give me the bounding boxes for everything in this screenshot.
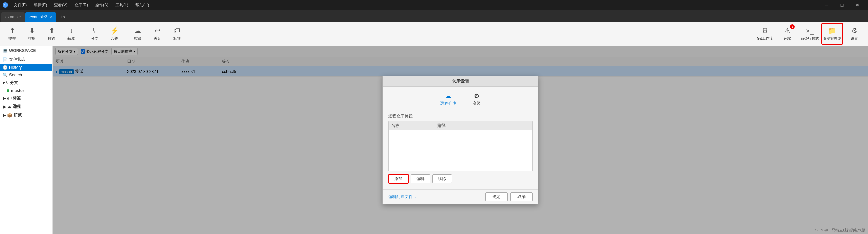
branch-section-arrow: ▾ [3,81,5,85]
tab-example[interactable]: example [1,12,25,22]
remote-tab-label: 远程仓库 [440,101,456,106]
remove-remote-button[interactable]: 移除 [432,174,452,183]
table-header-path: 路径 [437,123,530,129]
toolbar-tag[interactable]: 🏷 标签 [167,23,186,45]
close-button[interactable]: ✕ [850,0,865,10]
menu-tools[interactable]: 工具(L) [113,2,131,9]
modal-tab-advanced[interactable]: ⚙ 高级 [466,90,488,109]
advanced-tab-icon: ⚙ [474,92,479,100]
menu-repo[interactable]: 仓库(R) [72,2,91,9]
tab-example2[interactable]: example2 ✕ [25,12,56,22]
sidebar-item-search[interactable]: 🔍 Search [0,71,52,79]
tab-example2-label: example2 [29,15,47,19]
toolbar-stash[interactable]: ☁ 贮藏 [128,23,147,45]
toolbar-settings-label: 设置 [851,36,858,41]
toolbar-git-workflow-label: Git工作流 [757,36,773,41]
menu-view[interactable]: 查看(V) [51,2,70,9]
file-status-icon: 📄 [3,57,8,62]
pull-icon: ⬇ [29,26,35,35]
menu-bar[interactable]: 文件(F) 编辑(E) 查看(V) 仓库(R) 操作(A) 工具(L) 帮助(H… [11,2,152,9]
sidebar-section-tags[interactable]: ▶ 🏷 标签 [0,94,52,102]
main-area: 💻 WORKSPACE 📄 文件状态 🕒 History 🔍 Search ▾ … [0,46,868,234]
tags-section-icon: 🏷 [7,96,11,101]
toolbar-explorer-label: 资源管理器 [823,36,842,41]
app-logo: S [3,2,8,8]
sidebar-section-stash[interactable]: ▶ 📦 贮藏 [0,111,52,119]
toolbar-remote[interactable]: ⚠ 运端 1 [776,23,798,45]
add-icon: + [60,14,63,20]
modal-actions: 添加 编辑 移除 [388,171,533,185]
maximize-button[interactable]: □ [834,0,850,10]
branch-section-icon: ⑂ [6,81,8,85]
menu-help[interactable]: 帮助(H) [133,2,152,9]
modal-content: 远程仓库路径 名称 路径 添加 编辑 移除 [383,109,538,189]
confirm-button[interactable]: 确定 [485,192,508,201]
toolbar: ⬆ 提交 ⬇ 拉取 ⬆ 推送 ↓ 获取 ⑂ 分支 ⚡ 合并 ☁ 贮藏 ↩ 丢弃 … [0,22,868,46]
toolbar-cmd[interactable]: >_ 命令行模式 [799,23,821,45]
remote-badge: 1 [790,24,795,29]
toolbar-discard[interactable]: ↩ 丢弃 [148,23,167,45]
sidebar-item-history[interactable]: 🕒 History [0,64,52,71]
repo-settings-modal: 仓库设置 ☁ 远程仓库 ⚙ 高级 远程仓库路径 [382,76,538,204]
add-remote-button[interactable]: 添加 [388,174,409,184]
fetch-icon: ↓ [70,27,73,35]
menu-edit[interactable]: 编辑(E) [31,2,50,9]
toolbar-right: ⚙ Git工作流 ⚠ 运端 1 >_ 命令行模式 📁 资源管理器 ⚙ 设置 [754,23,865,45]
toolbar-commit[interactable]: ⬆ 提交 [3,23,22,45]
toolbar-merge[interactable]: ⚡ 合并 [105,23,124,45]
modal-title-bar: 仓库设置 [383,76,538,87]
history-icon: 🕒 [3,65,8,70]
toolbar-pull[interactable]: ⬇ 拉取 [22,23,41,45]
explorer-icon: 📁 [828,26,836,35]
tag-icon: 🏷 [174,27,180,35]
minimize-button[interactable]: ─ [818,0,834,10]
toolbar-fetch-label: 获取 [67,36,75,41]
edit-remote-button[interactable]: 编辑 [411,174,430,183]
modal-footer-buttons: 确定 取消 [485,192,533,201]
branch-current-indicator [7,89,9,92]
toolbar-push[interactable]: ⬆ 推送 [42,23,61,45]
toolbar-branch[interactable]: ⑂ 分支 [85,23,104,45]
tab-example2-close[interactable]: ✕ [49,15,52,19]
search-icon: 🔍 [3,73,8,77]
toolbar-fetch[interactable]: ↓ 获取 [62,23,81,45]
push-icon: ⬆ [49,26,55,35]
sidebar: 💻 WORKSPACE 📄 文件状态 🕒 History 🔍 Search ▾ … [0,46,53,234]
table-header-name: 名称 [391,123,437,129]
toolbar-commit-label: 提交 [8,36,16,41]
modal-overlay: 仓库设置 ☁ 远程仓库 ⚙ 高级 远程仓库路径 [53,46,868,234]
workspace-icon: 💻 [3,48,8,53]
sidebar-section-branches[interactable]: ▾ ⑂ 分支 [0,79,52,87]
title-bar: S 文件(F) 编辑(E) 查看(V) 仓库(R) 操作(A) 工具(L) 帮助… [0,0,868,10]
toolbar-cmd-label: 命令行模式 [801,36,819,41]
window-controls[interactable]: ─ □ ✕ [818,0,865,10]
content-area: 所有分支 ▾ 显示远程分支 按日期排序 ▾ 图谱 日期 作者 提交 ● mast… [53,46,868,234]
settings-icon: ⚙ [851,26,857,35]
toolbar-separator-1 [83,27,83,41]
toolbar-stash-label: 贮藏 [134,36,141,41]
edit-config-link[interactable]: 编辑配置文件... [388,194,416,200]
commit-icon: ⬆ [9,26,15,35]
menu-action[interactable]: 操作(A) [92,2,111,9]
tags-section-arrow: ▶ [3,96,6,101]
tab-add-button[interactable]: + ▾ [58,12,67,22]
toolbar-tag-label: 标签 [173,36,181,41]
toolbar-explorer[interactable]: 📁 资源管理器 [821,23,843,45]
remote-section-arrow: ▶ [3,104,6,109]
stash-section-icon: 📦 [7,113,12,118]
remote-repo-table: 名称 路径 [388,121,533,171]
sidebar-section-remote[interactable]: ▶ ☁ 远程 [0,102,52,111]
sidebar-branch-master[interactable]: master [0,87,52,94]
remote-icon: ⚠ [784,26,790,35]
modal-footer: 编辑配置文件... 确定 取消 [383,189,538,204]
toolbar-git-workflow[interactable]: ⚙ Git工作流 [754,23,776,45]
workspace-label: 💻 WORKSPACE [0,46,52,55]
dropdown-arrow: ▾ [63,15,65,19]
modal-table-body [389,130,532,171]
cancel-button[interactable]: 取消 [510,192,533,201]
menu-file[interactable]: 文件(F) [11,2,29,9]
sidebar-item-file-status[interactable]: 📄 文件状态 [0,55,52,64]
modal-tab-remote[interactable]: ☁ 远程仓库 [433,90,463,109]
toolbar-branch-label: 分支 [91,36,98,41]
toolbar-settings[interactable]: ⚙ 设置 [844,23,865,45]
